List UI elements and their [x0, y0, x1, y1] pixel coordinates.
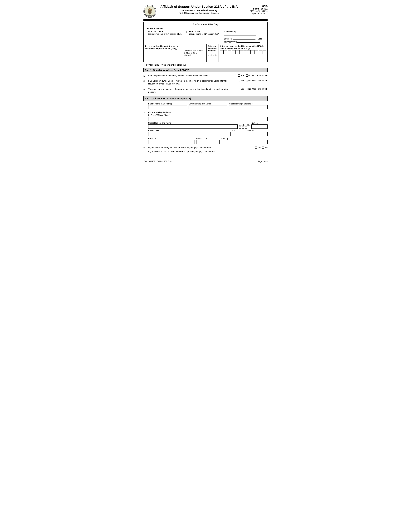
item1-no-checkbox[interactable] [246, 75, 248, 76]
seg-1[interactable] [220, 50, 224, 54]
part1-item-1: 1. I am the petitioner of the family mem… [143, 74, 268, 77]
given-name-group: Given Name (First Name) [188, 103, 227, 109]
p2-item3-yes-checkbox[interactable] [255, 147, 257, 149]
seg-7[interactable] [243, 50, 247, 54]
in-care-of-input[interactable] [148, 117, 268, 121]
thin-divider [143, 20, 268, 21]
gov-use-header: For Government Use Only [144, 22, 267, 26]
item3-no-label[interactable]: No (Use Form I-864) [246, 88, 268, 90]
in-care-of-section: In Care Of Name (if any) [148, 114, 268, 121]
seg-2[interactable] [224, 50, 227, 54]
seg-6[interactable] [239, 50, 243, 54]
part1-header: Part 1. Qualifying to Use Form I-864EZ [143, 68, 268, 72]
item2-yes-checkbox[interactable] [238, 80, 240, 82]
reviewed-by-row: Reviewed By: [224, 31, 266, 36]
start-here: ► START HERE - Type or print in black in… [143, 64, 268, 66]
number-group: Number [252, 122, 268, 129]
seg-3[interactable] [228, 50, 231, 54]
gov-use-row: DOES NOT MEET the requirements of INA se… [145, 31, 266, 43]
p2-item3-no-label[interactable]: No [262, 146, 268, 149]
street-input[interactable] [148, 124, 238, 129]
seg-10[interactable] [255, 50, 258, 54]
svg-text:HOMELAND SECURITY: HOMELAND SECURITY [146, 16, 154, 17]
page-header: DEPARTMENT OF HOMELAND SECURITY Affidavi… [143, 5, 268, 18]
province-input[interactable] [148, 140, 195, 144]
item2-yes-label[interactable]: Yes [238, 79, 244, 82]
location-field[interactable] [233, 37, 255, 39]
attorney-col-4: Attorney or Accredited Representative US… [219, 44, 267, 62]
seg-4[interactable] [232, 50, 235, 54]
attorney-col-3: Attorney State Bar Number (if applicable… [207, 44, 219, 62]
item2-controls: Yes No (Use Form I-864) [229, 79, 268, 82]
item3-controls: Yes No [229, 146, 268, 149]
item3-yes-checkbox[interactable] [238, 88, 240, 90]
does-not-meet-text: DOES NOT MEET the requirements of INA se… [148, 31, 181, 35]
item1-no-label[interactable]: No (Use Form I-864) [246, 74, 268, 77]
flr-checkbox[interactable] [245, 127, 247, 129]
omb-number: OMB No. 1615-0075 [242, 10, 268, 12]
seg-5[interactable] [235, 50, 239, 54]
postal-group: Postal Code [196, 137, 220, 144]
given-name-input[interactable] [188, 105, 227, 109]
item2-no-label[interactable]: No (Use Form I-864) [246, 79, 268, 82]
apt-checkbox[interactable] [239, 127, 241, 129]
street-group: Street Number and Name [148, 122, 238, 129]
uscis-logo: DEPARTMENT OF HOMELAND SECURITY [143, 5, 156, 18]
part2-header: Part 2. Information About You (Sponsor) [143, 96, 268, 101]
item2-num: 2. [143, 79, 147, 82]
svg-point-4 [149, 9, 151, 10]
ste-checkbox[interactable] [242, 127, 244, 129]
seg-8[interactable] [247, 50, 251, 54]
does-not-meet-checkbox[interactable] [145, 31, 147, 33]
item1-yes-checkbox[interactable] [238, 75, 240, 76]
department-name: Department of Homeland Security [156, 9, 242, 12]
date-field[interactable] [237, 40, 260, 43]
uscis-label: USCIS [242, 5, 268, 7]
attorney-box: To be completed by an Attorney or Accred… [143, 44, 268, 62]
attorney-bar-number-field[interactable] [208, 57, 217, 61]
state-input[interactable] [231, 132, 245, 136]
item1-yes-label[interactable]: Yes [238, 74, 244, 77]
item3-num: 3. [143, 88, 147, 90]
state-label: State [231, 130, 245, 132]
family-name-input[interactable] [148, 105, 187, 109]
reviewed-by-field[interactable] [224, 33, 256, 36]
item3-yes-label[interactable]: Yes [238, 88, 244, 90]
item3-note: If you answered "No" to Item Number 3., … [148, 150, 268, 153]
meets-checkbox[interactable] [186, 31, 188, 33]
province-group: Province [148, 137, 195, 144]
p2-item3-yes-label[interactable]: Yes [255, 146, 261, 149]
city-input[interactable] [148, 132, 229, 136]
item3-no-checkbox[interactable] [246, 88, 248, 90]
middle-name-input[interactable] [229, 105, 268, 109]
attorney-col-2: Select this box if Form G-28 or G-28I is… [181, 44, 207, 62]
seg-9[interactable] [251, 50, 254, 54]
header-right: USCIS Form I-864EZ OMB No. 1615-0075 Exp… [242, 5, 268, 15]
apt-boxes [239, 127, 247, 129]
seg-11[interactable] [259, 50, 262, 54]
item2-text: I am using my own earned or retirement i… [148, 79, 228, 85]
name-fields: Family Name (Last Name) Given Name (Firs… [148, 103, 268, 110]
zip-group: ZIP Code [247, 130, 268, 136]
number-input[interactable] [252, 124, 268, 129]
apt-group: Apt. Ste. Flr. [239, 124, 250, 129]
postal-input[interactable] [196, 140, 220, 144]
city-group: City or Town [148, 130, 229, 136]
postal-label: Postal Code [196, 137, 220, 140]
city-label: City or Town [148, 130, 229, 132]
account-number-field[interactable] [220, 50, 266, 54]
p2-item3-no-checkbox[interactable] [262, 147, 264, 149]
family-name-group: Family Name (Last Name) [148, 103, 187, 109]
gov-use-body: This Form I-864EZ: DOES NOT MEET the req… [144, 26, 267, 44]
form-number: Form I-864EZ [242, 7, 268, 10]
name-row: Family Name (Last Name) Given Name (Firs… [148, 103, 268, 109]
item2-no-checkbox[interactable] [246, 80, 248, 82]
footer-right: Page 1 of 8 [258, 160, 268, 162]
country-label: Country [221, 137, 268, 140]
svg-point-3 [148, 10, 151, 15]
country-input[interactable] [221, 140, 268, 144]
zip-label: ZIP Code [247, 130, 268, 132]
seg-12[interactable] [262, 50, 266, 54]
item1-text: I am the petitioner of the family member… [148, 74, 228, 77]
zip-input[interactable] [247, 132, 268, 136]
